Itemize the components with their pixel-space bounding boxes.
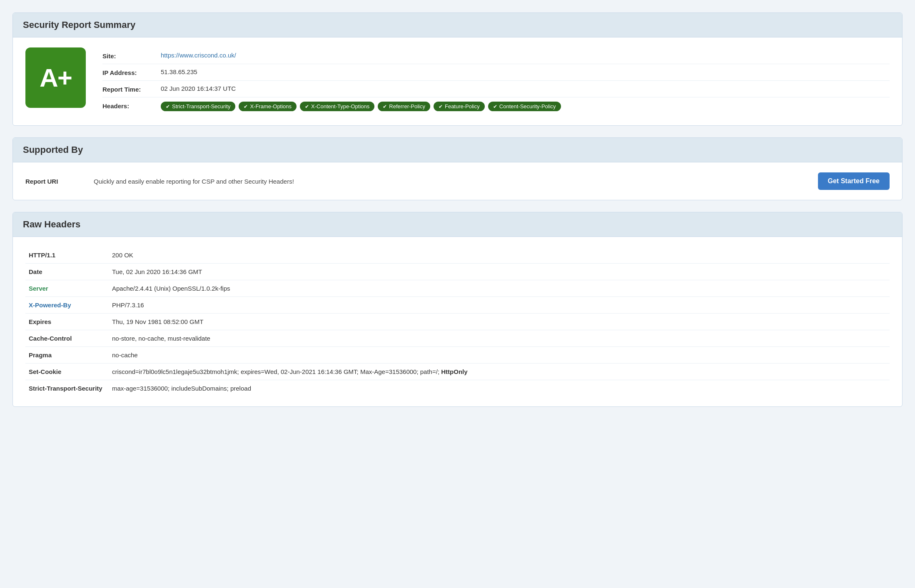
headers-value: ✔Strict-Transport-Security✔X-Frame-Optio… [161, 102, 890, 111]
headers-group: ✔Strict-Transport-Security✔X-Frame-Optio… [161, 102, 890, 111]
raw-header-value: no-store, no-cache, must-revalidate [109, 330, 890, 347]
table-row: Set-Cookiecriscond=ir7bl0o9lc5n1legaje5u… [25, 364, 890, 380]
get-started-button[interactable]: Get Started Free [818, 172, 890, 190]
site-link[interactable]: https://www.criscond.co.uk/ [161, 52, 236, 59]
raw-header-label: Date [25, 264, 109, 280]
table-row: Pragmano-cache [25, 347, 890, 364]
table-row: DateTue, 02 Jun 2020 16:14:36 GMT [25, 264, 890, 280]
raw-header-value: Tue, 02 Jun 2020 16:14:36 GMT [109, 264, 890, 280]
supported-by-card: Supported By Report URI Quickly and easi… [12, 137, 903, 200]
raw-header-label: Pragma [25, 347, 109, 364]
raw-header-label: Strict-Transport-Security [25, 380, 109, 397]
header-badge: ✔X-Frame-Options [239, 102, 297, 111]
grade-badge: A+ [25, 47, 86, 108]
grade-text: A+ [40, 65, 72, 91]
report-time-row: Report Time: 02 Jun 2020 16:14:37 UTC [102, 81, 890, 97]
site-value: https://www.criscond.co.uk/ [161, 52, 890, 59]
supported-description: Quickly and easily enable reporting for … [94, 178, 808, 185]
raw-header-value: Thu, 19 Nov 1981 08:52:00 GMT [109, 314, 890, 330]
raw-header-value: max-age=31536000; includeSubDomains; pre… [109, 380, 890, 397]
site-row: Site: https://www.criscond.co.uk/ [102, 47, 890, 64]
raw-headers-title: Raw Headers [23, 219, 892, 230]
raw-header-value: PHP/7.3.16 [109, 297, 890, 314]
security-report-body: A+ Site: https://www.criscond.co.uk/ IP … [13, 37, 902, 125]
raw-header-label: X-Powered-By [25, 297, 109, 314]
raw-header-label: Server [25, 280, 109, 297]
summary-layout: A+ Site: https://www.criscond.co.uk/ IP … [25, 47, 890, 115]
raw-headers-body: HTTP/1.1200 OKDateTue, 02 Jun 2020 16:14… [13, 237, 902, 406]
raw-headers-table: HTTP/1.1200 OKDateTue, 02 Jun 2020 16:14… [25, 247, 890, 396]
header-badge: ✔Referrer-Policy [378, 102, 430, 111]
raw-header-value: no-cache [109, 347, 890, 364]
supported-row: Report URI Quickly and easily enable rep… [25, 172, 890, 190]
summary-details: Site: https://www.criscond.co.uk/ IP Add… [102, 47, 890, 115]
headers-label: Headers: [102, 102, 161, 110]
raw-header-label: HTTP/1.1 [25, 247, 109, 264]
headers-row: Headers: ✔Strict-Transport-Security✔X-Fr… [102, 97, 890, 115]
security-report-card: Security Report Summary A+ Site: https:/… [12, 12, 903, 126]
report-uri-label: Report URI [25, 178, 84, 185]
header-badge: ✔X-Content-Type-Options [300, 102, 374, 111]
ip-value: 51.38.65.235 [161, 68, 890, 75]
header-badge: ✔Content-Security-Policy [488, 102, 561, 111]
report-time-value: 02 Jun 2020 16:14:37 UTC [161, 85, 890, 92]
ip-label: IP Address: [102, 68, 161, 76]
table-row: HTTP/1.1200 OK [25, 247, 890, 264]
security-report-title: Security Report Summary [23, 20, 892, 30]
raw-header-value: criscond=ir7bl0o9lc5n1legaje5u32btmoh1jm… [109, 364, 890, 380]
ip-row: IP Address: 51.38.65.235 [102, 64, 890, 81]
raw-header-value: Apache/2.4.41 (Unix) OpenSSL/1.0.2k-fips [109, 280, 890, 297]
table-row: ExpiresThu, 19 Nov 1981 08:52:00 GMT [25, 314, 890, 330]
site-label: Site: [102, 52, 161, 60]
report-time-label: Report Time: [102, 85, 161, 93]
raw-header-label: Expires [25, 314, 109, 330]
supported-by-header: Supported By [13, 138, 902, 162]
raw-headers-card: Raw Headers HTTP/1.1200 OKDateTue, 02 Ju… [12, 212, 903, 407]
table-row: Strict-Transport-Securitymax-age=3153600… [25, 380, 890, 397]
table-row: X-Powered-ByPHP/7.3.16 [25, 297, 890, 314]
header-badge: ✔Strict-Transport-Security [161, 102, 235, 111]
raw-header-label: Set-Cookie [25, 364, 109, 380]
supported-by-body: Report URI Quickly and easily enable rep… [13, 162, 902, 200]
raw-header-value: 200 OK [109, 247, 890, 264]
header-badge: ✔Feature-Policy [434, 102, 485, 111]
raw-header-label: Cache-Control [25, 330, 109, 347]
table-row: ServerApache/2.4.41 (Unix) OpenSSL/1.0.2… [25, 280, 890, 297]
supported-by-title: Supported By [23, 145, 892, 155]
raw-headers-header: Raw Headers [13, 212, 902, 237]
table-row: Cache-Controlno-store, no-cache, must-re… [25, 330, 890, 347]
security-report-header: Security Report Summary [13, 13, 902, 37]
